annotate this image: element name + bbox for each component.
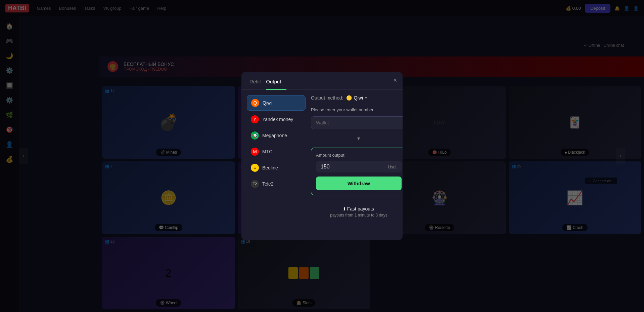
payment-methods-list: Q Qiwi Y Yandex money 📢 Megaphone M МТС … (247, 95, 306, 235)
payment-method-megaphone[interactable]: 📢 Megaphone (247, 128, 306, 143)
output-method-icon: 🟡 (346, 95, 352, 101)
wallet-chevron-icon: ▾ (357, 135, 360, 142)
chevron-down-icon: ▾ (365, 95, 367, 100)
beeline-label: Beeline (262, 165, 278, 170)
modal-overlay: Refill Output × Q Qiwi Y Yandex money 📢 … (0, 0, 644, 312)
fast-payouts-title-text: Fast payouts (347, 206, 374, 211)
output-method-value: Qiwi (354, 95, 363, 101)
output-method-dropdown[interactable]: 🟡 Qiwi ▾ (346, 95, 367, 101)
wallet-input-wrapper (311, 116, 403, 129)
modal-header: Refill Output × (241, 72, 403, 90)
yandex-icon: Y (251, 115, 259, 123)
amount-input-row: Usd. (316, 161, 402, 172)
amount-currency: Usd. (388, 164, 397, 169)
fast-payouts-subtitle: payouts from 1 minute to 3 days (318, 213, 400, 218)
payment-method-tele2[interactable]: T2 Tele2 (247, 177, 306, 191)
wallet-input[interactable] (311, 116, 403, 129)
amount-output-label: Amount output (316, 153, 402, 158)
modal-dialog: Refill Output × Q Qiwi Y Yandex money 📢 … (241, 72, 403, 240)
payment-method-qiwi[interactable]: Q Qiwi (247, 95, 306, 111)
payment-method-beeline[interactable]: ≡ Beeline (247, 160, 306, 175)
fast-payouts-title: ℹ Fast payouts (318, 206, 400, 211)
tele2-label: Tele2 (262, 181, 273, 187)
tab-refill[interactable]: Refill (249, 79, 266, 90)
qiwi-label: Qiwi (263, 100, 272, 106)
wallet-label: Please enter your wallet number (311, 107, 403, 112)
tele2-icon: T2 (251, 180, 259, 188)
fast-payouts-section: ℹ Fast payouts payouts from 1 minute to … (311, 199, 403, 224)
tab-output[interactable]: Output (266, 79, 286, 90)
modal-body: Q Qiwi Y Yandex money 📢 Megaphone M МТС … (241, 90, 403, 240)
payment-method-yandex[interactable]: Y Yandex money (247, 112, 306, 127)
amount-input[interactable] (321, 164, 388, 170)
beeline-icon: ≡ (251, 164, 259, 172)
amount-output-box: Amount output Usd. Withdraw (311, 148, 403, 195)
megaphone-label: Megaphone (262, 133, 287, 138)
yandex-label: Yandex money (262, 117, 293, 122)
megaphone-icon: 📢 (251, 131, 259, 140)
withdraw-button[interactable]: Withdraw (316, 177, 402, 190)
modal-close-button[interactable]: × (393, 77, 397, 83)
output-method-row: Output method: 🟡 Qiwi ▾ (311, 95, 403, 101)
payment-form: Output method: 🟡 Qiwi ▾ Please enter you… (311, 95, 403, 235)
output-method-label: Output method: (311, 95, 343, 101)
payment-method-mts[interactable]: M МТС (247, 144, 306, 159)
wallet-dropdown-button[interactable]: ▾ (311, 133, 403, 144)
mts-icon: M (251, 148, 259, 156)
mts-label: МТС (262, 149, 272, 154)
info-icon: ℹ (343, 206, 345, 211)
qiwi-icon: Q (251, 99, 259, 107)
